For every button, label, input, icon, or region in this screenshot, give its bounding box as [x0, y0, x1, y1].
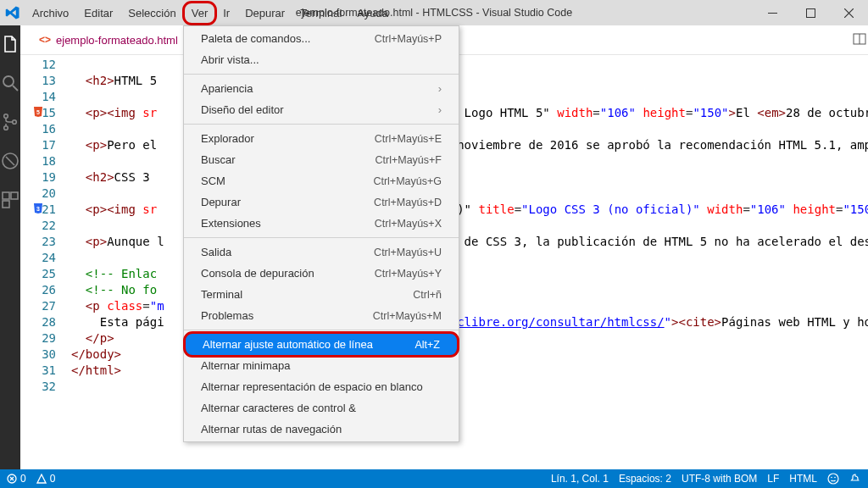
- menu-item-shortcut: Ctrl+Mayús+G: [373, 175, 442, 187]
- menu-item[interactable]: ExtensionesCtrl+Mayús+X: [184, 213, 459, 234]
- menu-separator: [184, 124, 459, 125]
- menu-ver[interactable]: Ver: [185, 3, 215, 23]
- svg-point-17: [828, 474, 838, 484]
- menu-item-shortcut: Ctrl+ñ: [413, 289, 442, 301]
- menu-item-shortcut: Ctrl+Mayús+P: [375, 33, 442, 45]
- menu-archivo[interactable]: Archivo: [25, 3, 75, 23]
- menu-item[interactable]: ExploradorCtrl+Mayús+E: [184, 128, 459, 149]
- menu-editar[interactable]: Editar: [77, 3, 120, 23]
- menu-ir[interactable]: Ir: [216, 3, 236, 23]
- menu-item-label: Salida: [201, 246, 231, 258]
- debug-icon[interactable]: [0, 151, 20, 171]
- view-menu-dropdown: Paleta de comandos...Ctrl+Mayús+PAbrir v…: [183, 25, 459, 442]
- menu-item[interactable]: Alternar caracteres de control &: [184, 397, 459, 419]
- menu-item-label: Alternar minimapa: [201, 359, 291, 372]
- menu-item[interactable]: Alternar ajuste automático de líneaAlt+Z: [186, 334, 457, 355]
- status-errors[interactable]: 0: [7, 473, 26, 485]
- menu-item-label: Alternar representación de espacio en bl…: [201, 380, 423, 393]
- source-control-icon[interactable]: [0, 112, 20, 132]
- menu-item[interactable]: Alternar representación de espacio en bl…: [184, 376, 459, 397]
- line-number: 28: [20, 314, 71, 330]
- chevron-right-icon: ›: [438, 82, 442, 95]
- status-line-col[interactable]: Lín. 1, Col. 1: [551, 473, 609, 485]
- search-icon[interactable]: [0, 73, 20, 93]
- line-number: 23: [20, 234, 71, 250]
- menu-item-label: Paleta de comandos...: [201, 32, 310, 45]
- line-number: 26: [20, 282, 71, 298]
- menu-item[interactable]: BuscarCtrl+Mayús+F: [184, 149, 459, 170]
- menu-item-label: Buscar: [201, 153, 235, 166]
- svg-line-3: [13, 86, 18, 91]
- line-number: 18: [20, 153, 71, 169]
- menu-item-label: Problemas: [201, 309, 253, 322]
- menu-item[interactable]: Consola de depuraciónCtrl+Mayús+Y: [184, 263, 459, 284]
- svg-point-2: [3, 76, 14, 86]
- line-number: 25: [20, 266, 71, 282]
- menu-bar: ArchivoEditarSelecciónVerIrDepurarTermin…: [25, 3, 395, 23]
- line-number: 19: [20, 169, 71, 186]
- menu-terminal[interactable]: Terminal: [293, 3, 348, 23]
- menu-separator: [184, 237, 459, 238]
- line-number: 155: [20, 105, 71, 121]
- svg-rect-1: [807, 8, 815, 17]
- menu-item-shortcut: Ctrl+Mayús+E: [375, 133, 442, 145]
- svg-point-19: [834, 477, 836, 479]
- status-indent[interactable]: Espacios: 2: [619, 473, 671, 485]
- css3-icon: 3: [32, 202, 44, 214]
- menu-selección[interactable]: Selección: [121, 3, 182, 23]
- menu-item[interactable]: ProblemasCtrl+Mayús+M: [184, 305, 459, 326]
- code-content: <!-- No fo: [71, 282, 157, 298]
- menu-item-label: Apariencia: [201, 82, 253, 95]
- menu-ayuda[interactable]: Ayuda: [350, 3, 395, 23]
- html5-icon: 5: [32, 106, 44, 118]
- menu-item-label: Diseño del editor: [201, 103, 284, 116]
- split-editor-icon[interactable]: [853, 32, 866, 48]
- status-warnings[interactable]: 0: [36, 473, 56, 485]
- status-language[interactable]: HTML: [789, 473, 817, 485]
- feedback-icon[interactable]: [827, 473, 839, 485]
- menu-item[interactable]: Diseño del editor›: [184, 99, 459, 120]
- line-number: 24: [20, 250, 71, 266]
- menu-item-shortcut: Ctrl+Mayús+F: [376, 154, 442, 166]
- menu-item[interactable]: Apariencia›: [184, 78, 459, 99]
- close-button[interactable]: [830, 0, 868, 25]
- menu-item[interactable]: SalidaCtrl+Mayús+U: [184, 241, 459, 263]
- code-content: <h2>HTML 5: [71, 73, 157, 89]
- status-eol[interactable]: LF: [767, 473, 779, 485]
- line-number: 13: [20, 73, 71, 89]
- menu-item-shortcut: Ctrl+Mayús+Y: [375, 268, 442, 280]
- explorer-icon[interactable]: [0, 34, 20, 54]
- minimize-button[interactable]: [754, 0, 792, 25]
- line-number: 31: [20, 363, 71, 379]
- svg-rect-11: [3, 201, 9, 208]
- line-number: 30: [20, 347, 71, 363]
- menu-item-label: SCM: [201, 175, 225, 187]
- menu-item-label: Terminal: [201, 288, 242, 301]
- tab-file[interactable]: <> ejemplo-formateado.html: [31, 29, 186, 52]
- menu-depurar[interactable]: Depurar: [238, 3, 292, 23]
- svg-text:3: 3: [36, 206, 40, 212]
- menu-item[interactable]: TerminalCtrl+ñ: [184, 284, 459, 305]
- svg-rect-9: [3, 192, 9, 199]
- menu-item[interactable]: Alternar rutas de navegación: [184, 419, 459, 440]
- menu-item-label: Explorador: [201, 132, 254, 145]
- menu-item[interactable]: Alternar minimapa: [184, 355, 459, 376]
- menu-item-shortcut: Ctrl+Mayús+U: [374, 247, 442, 258]
- menu-item[interactable]: DepurarCtrl+Mayús+D: [184, 191, 459, 213]
- code-content: </body>: [71, 347, 121, 363]
- line-number: 29: [20, 330, 71, 347]
- svg-point-6: [13, 120, 17, 125]
- menu-item[interactable]: Paleta de comandos...Ctrl+Mayús+P: [184, 28, 459, 49]
- code-content: </p>: [71, 330, 114, 347]
- menu-item[interactable]: Abrir vista...: [184, 49, 459, 70]
- extensions-icon[interactable]: [0, 190, 20, 210]
- code-content: <!-- Enlac: [71, 266, 157, 282]
- status-encoding[interactable]: UTF-8 with BOM: [682, 473, 757, 485]
- line-number: 22: [20, 218, 71, 234]
- menu-item[interactable]: SCMCtrl+Mayús+G: [184, 170, 459, 191]
- vscode-logo-icon: [5, 5, 20, 20]
- svg-point-5: [4, 126, 8, 130]
- maximize-button[interactable]: [792, 0, 830, 25]
- svg-text:5: 5: [36, 109, 40, 115]
- notifications-icon[interactable]: [849, 473, 861, 485]
